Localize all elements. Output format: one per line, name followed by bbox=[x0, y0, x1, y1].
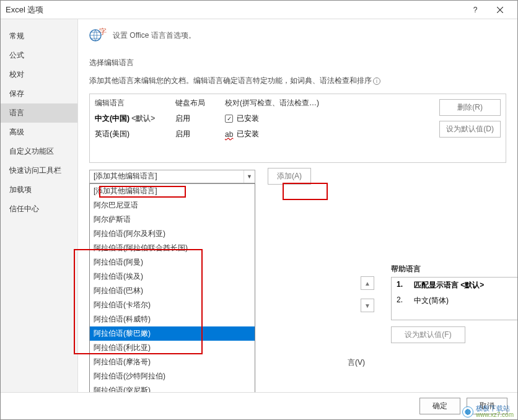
abc-icon: ab bbox=[225, 130, 233, 139]
combo-option[interactable]: 阿拉伯语(突尼斯) bbox=[90, 383, 255, 393]
lang-row-english[interactable]: 英语(美国) 启用 ab已安装 bbox=[90, 126, 424, 142]
sidebar-item-customize-ribbon[interactable]: 自定义功能区 bbox=[1, 142, 77, 161]
dialog-footer: 确定 取消 极极下载站 www.xz7.com bbox=[1, 392, 517, 419]
add-language-dropdown[interactable]: [添加其他编辑语言]阿尔巴尼亚语阿尔萨斯语阿拉伯语(阿尔及利亚)阿拉伯语(阿拉伯… bbox=[89, 183, 255, 393]
combo-option[interactable]: 阿拉伯语(黎巴嫩) bbox=[90, 326, 255, 341]
combo-option[interactable]: 阿拉伯语(阿曼) bbox=[90, 255, 255, 269]
move-up-button[interactable]: ▲ bbox=[361, 276, 374, 290]
sidebar: 常规 公式 校对 保存 语言 高级 自定义功能区 快速访问工具栏 加载项 信任中… bbox=[1, 19, 78, 392]
combo-option[interactable]: 阿拉伯语(阿尔及利亚) bbox=[90, 227, 255, 241]
add-language-combo[interactable]: [添加其他编辑语言] ▼ [添加其他编辑语言]阿尔巴尼亚语阿尔萨斯语阿拉伯语(阿… bbox=[89, 170, 255, 183]
combo-option[interactable]: 阿拉伯语(利比亚) bbox=[90, 341, 255, 355]
check-icon: ✓ bbox=[225, 115, 233, 123]
svg-text:字: 字 bbox=[99, 28, 107, 36]
lang-row-chinese[interactable]: 中文(中国) <默认> 启用 ✓已安装 bbox=[90, 111, 424, 126]
sidebar-item-addins[interactable]: 加载项 bbox=[1, 180, 77, 199]
help-row-default[interactable]: 1. 匹配显示语言 <默认> bbox=[392, 278, 517, 293]
editing-languages-box: 编辑语言 键盘布局 校对(拼写检查、语法检查…) 中文(中国) <默认> 启用 … bbox=[89, 94, 506, 163]
language-icon: 字 bbox=[89, 28, 107, 43]
close-icon bbox=[497, 7, 503, 13]
sidebar-item-general[interactable]: 常规 bbox=[1, 27, 77, 46]
col-editing-language: 编辑语言 bbox=[95, 98, 175, 108]
set-default-button[interactable]: 设为默认值(D) bbox=[439, 121, 501, 138]
help-row-chinese[interactable]: 2. 中文(简体) bbox=[392, 293, 517, 308]
sidebar-item-trust-center[interactable]: 信任中心 bbox=[1, 199, 77, 219]
excel-options-dialog: Excel 选项 ? 常规 公式 校对 保存 语言 高级 自定义功能区 快速访问… bbox=[0, 0, 518, 420]
titlebar: Excel 选项 ? bbox=[1, 1, 517, 19]
visible-link-truncated[interactable]: 言(V) bbox=[348, 357, 365, 368]
page-heading: 字 设置 Office 语言首选项。 bbox=[89, 28, 506, 43]
sidebar-item-quick-access[interactable]: 快速访问工具栏 bbox=[1, 161, 77, 180]
combo-option[interactable]: 阿尔萨斯语 bbox=[90, 212, 255, 227]
sidebar-item-language[interactable]: 语言 bbox=[1, 103, 77, 123]
help-title: 帮助语言 bbox=[391, 264, 517, 274]
watermark: 极极下载站 www.xz7.com bbox=[462, 405, 514, 418]
content-pane: 字 设置 Office 语言首选项。 选择编辑语言 添加其他语言来编辑您的文档。… bbox=[78, 19, 517, 392]
combo-option[interactable]: 阿尔巴尼亚语 bbox=[90, 198, 255, 212]
chevron-down-icon[interactable]: ▼ bbox=[244, 170, 255, 183]
col-keyboard: 键盘布局 bbox=[175, 98, 225, 108]
watermark-icon bbox=[462, 406, 473, 418]
section-editing-title: 选择编辑语言 bbox=[89, 58, 506, 68]
combo-option[interactable]: 阿拉伯语(巴林) bbox=[90, 284, 255, 298]
ok-button[interactable]: 确定 bbox=[419, 398, 460, 414]
help-language-box: 帮助语言 1. 匹配显示语言 <默认> 2. 中文(简体) ▲ ▼ 设为 bbox=[391, 264, 517, 343]
combo-display: [添加其他编辑语言] bbox=[94, 171, 157, 182]
remove-button[interactable]: 删除(R) bbox=[439, 99, 501, 116]
sidebar-item-advanced[interactable]: 高级 bbox=[1, 123, 77, 142]
close-button[interactable] bbox=[488, 1, 512, 19]
combo-option[interactable]: [添加其他编辑语言] bbox=[90, 184, 255, 198]
help-set-default-button[interactable]: 设为默认值(F) bbox=[391, 326, 465, 343]
combo-option[interactable]: 阿拉伯语(沙特阿拉伯) bbox=[90, 369, 255, 383]
section-editing-desc: 添加其他语言来编辑您的文档。编辑语言确定语言特定功能，如词典、语法检查和排序i bbox=[89, 76, 506, 86]
combo-option[interactable]: 阿拉伯语(科威特) bbox=[90, 312, 255, 326]
dialog-body: 常规 公式 校对 保存 语言 高级 自定义功能区 快速访问工具栏 加载项 信任中… bbox=[1, 19, 517, 392]
window-title: Excel 选项 bbox=[6, 4, 463, 15]
info-icon[interactable]: i bbox=[373, 77, 380, 85]
combo-option[interactable]: 阿拉伯语(埃及) bbox=[90, 269, 255, 284]
combo-option[interactable]: 阿拉伯语(摩洛哥) bbox=[90, 355, 255, 369]
page-heading-text: 设置 Office 语言首选项。 bbox=[113, 30, 196, 41]
combo-option[interactable]: 阿拉伯语(阿拉伯联合酋长国) bbox=[90, 241, 255, 255]
help-language-list[interactable]: 1. 匹配显示语言 <默认> 2. 中文(简体) ▲ ▼ bbox=[391, 277, 517, 320]
sidebar-item-proofing[interactable]: 校对 bbox=[1, 65, 77, 84]
editing-table-header: 编辑语言 键盘布局 校对(拼写检查、语法检查…) bbox=[90, 94, 424, 111]
move-down-button[interactable]: ▼ bbox=[361, 299, 374, 312]
sidebar-item-formulas[interactable]: 公式 bbox=[1, 46, 77, 65]
add-button[interactable]: 添加(A) bbox=[268, 168, 311, 185]
sidebar-item-save[interactable]: 保存 bbox=[1, 84, 77, 103]
help-button[interactable]: ? bbox=[463, 1, 488, 19]
combo-option[interactable]: 阿拉伯语(卡塔尔) bbox=[90, 298, 255, 312]
col-proofing: 校对(拼写检查、语法检查…) bbox=[225, 98, 419, 108]
